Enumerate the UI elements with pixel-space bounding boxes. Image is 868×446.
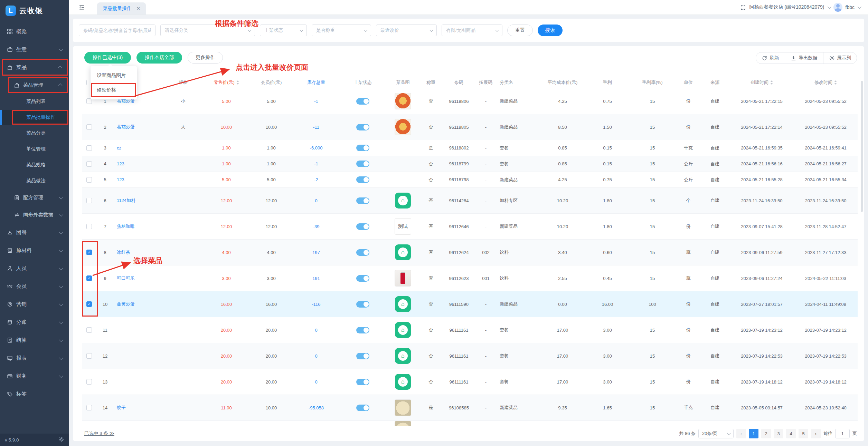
select-weigh[interactable]: 是否称重 (312, 25, 371, 36)
sidebar-item-dish-spec[interactable]: 菜品规格 (0, 157, 69, 173)
row-checkbox[interactable]: ✓ (86, 250, 92, 255)
sidebar-item-split-account[interactable]: 分账 (0, 313, 69, 331)
sidebar-item-sync-takeout-data[interactable]: 同步外卖数据 (0, 206, 69, 223)
page-button-4[interactable]: 4 (786, 429, 796, 438)
page-button-2[interactable]: 2 (761, 429, 771, 438)
operate-selected-button[interactable]: 操作已选中(3) (84, 52, 131, 64)
search-button[interactable]: 搜索 (538, 25, 563, 36)
dish-image-home-tile[interactable]: ⌂ (395, 193, 411, 209)
collapse-sidebar-icon[interactable] (79, 4, 85, 10)
shelf-status-toggle[interactable] (356, 124, 369, 130)
shelf-status-toggle[interactable] (356, 301, 369, 308)
goto-page-input[interactable] (835, 429, 850, 438)
cell-name-value[interactable]: 可口可乐 (117, 275, 135, 281)
dish-image-home-tile[interactable]: ⌂ (395, 244, 411, 260)
sidebar-item-business[interactable]: 生意 (0, 41, 69, 58)
gear-icon[interactable] (58, 436, 64, 443)
row-checkbox[interactable] (86, 224, 92, 229)
tab-close-icon[interactable]: ✕ (136, 6, 140, 11)
display-columns-button[interactable]: 展示列 (823, 52, 857, 64)
select-recent-price-change[interactable]: 最近改价 (376, 25, 437, 36)
dropdown-item-set-product-image[interactable]: 设置商品图片 (91, 68, 137, 83)
dish-image-home-tile[interactable]: ⌂ (395, 322, 411, 338)
sort-icon[interactable] (770, 80, 773, 85)
shelf-status-toggle[interactable] (356, 327, 369, 333)
sidebar-item-settlement[interactable]: 结算 (0, 331, 69, 349)
shelf-status-toggle[interactable] (356, 275, 369, 282)
cell-name-value[interactable]: 蕃茄炒蛋 (117, 124, 135, 130)
next-page-button[interactable]: › (811, 429, 821, 438)
sidebar-item-unit-management[interactable]: 单位管理 (0, 142, 69, 157)
dropdown-item-edit-price[interactable]: 修改价格 (91, 83, 137, 97)
row-checkbox[interactable]: ✓ (86, 301, 92, 307)
vertical-scrollbar[interactable] (861, 81, 863, 212)
dish-image-test[interactable]: 测试 (395, 218, 411, 235)
cell-name-value[interactable]: 饺子 (117, 405, 126, 411)
dish-image-home-tile[interactable]: ⌂ (395, 374, 411, 390)
cell-name-value[interactable]: 123 (117, 177, 124, 182)
cell-name-value[interactable]: 冰红茶 (117, 249, 130, 255)
tab-dish-batch-operation[interactable]: 菜品批量操作 ✕ (97, 2, 146, 14)
more-actions-button[interactable]: 更多操作 (188, 52, 223, 64)
reset-button[interactable]: 重置 (507, 25, 533, 36)
operate-all-button[interactable]: 操作本店全部 (136, 52, 182, 64)
cell-name-value[interactable]: 123 (117, 161, 124, 166)
selected-count-link[interactable]: 已选中 3 条 ≫ (84, 430, 114, 437)
sidebar-item-group-meal[interactable]: 团餐 (0, 224, 69, 241)
shelf-status-toggle[interactable] (356, 405, 369, 411)
cell-name-value[interactable]: 1124加料 (117, 197, 135, 204)
row-checkbox[interactable]: ✓ (86, 275, 92, 281)
shelf-status-toggle[interactable] (356, 197, 369, 204)
sidebar-item-dish-management[interactable]: 菜品管理 (0, 77, 69, 93)
sidebar-item-finance[interactable]: 财务 (0, 367, 69, 385)
row-checkbox[interactable] (86, 327, 92, 333)
shelf-status-toggle[interactable] (356, 145, 369, 151)
dish-image-home-tile[interactable]: ⌂ (395, 348, 411, 364)
sidebar-item-tags[interactable]: 标签 (0, 385, 69, 403)
row-checkbox[interactable] (86, 353, 92, 359)
user-name[interactable]: fbbc (846, 4, 855, 10)
sidebar-item-staff[interactable]: 人员 (0, 260, 69, 277)
sidebar-item-marketing[interactable]: 营销 (0, 295, 69, 313)
sidebar-item-overview[interactable]: 概览 (0, 23, 69, 40)
avatar[interactable] (833, 3, 842, 12)
shelf-status-toggle[interactable] (356, 249, 369, 256)
dish-image-cola[interactable] (395, 270, 411, 287)
cell-name-value[interactable]: 焦糖咖啡 (117, 223, 135, 230)
sidebar-item-reports[interactable]: 报表 (0, 349, 69, 367)
sort-icon[interactable] (834, 80, 837, 85)
row-checkbox[interactable] (86, 161, 92, 167)
sort-icon[interactable] (236, 80, 239, 85)
row-checkbox[interactable] (86, 198, 92, 203)
row-checkbox[interactable] (86, 145, 92, 151)
user-chevron-down-icon[interactable] (858, 5, 861, 9)
sidebar-item-members[interactable]: 会员 (0, 278, 69, 295)
sidebar-item-dish-batch-operation[interactable]: 菜品批量操作 (0, 110, 69, 125)
store-chevron-down-icon[interactable] (827, 5, 831, 9)
cell-name-value[interactable]: cz (117, 145, 121, 151)
dish-image-photo[interactable] (395, 421, 411, 426)
sidebar-item-raw-materials[interactable]: 原材料 (0, 242, 69, 259)
sidebar-item-dish-list[interactable]: 菜品列表 (0, 94, 69, 109)
shelf-status-toggle[interactable] (356, 161, 369, 167)
page-button-1[interactable]: 1 (749, 429, 758, 438)
refresh-button[interactable]: 刷新 (756, 52, 785, 64)
cell-name-value[interactable]: 韭黄炒蛋 (117, 301, 135, 307)
row-checkbox[interactable] (86, 124, 92, 130)
shelf-status-toggle[interactable] (356, 176, 369, 183)
shelf-status-toggle[interactable] (356, 223, 369, 230)
select-shelf-status[interactable]: 上架状态 (260, 25, 307, 36)
dish-image-photo[interactable] (395, 399, 411, 416)
page-size-select[interactable]: 20条/页 (698, 429, 734, 438)
page-button-5[interactable]: 5 (799, 429, 808, 438)
row-checkbox[interactable] (86, 177, 92, 183)
page-button-3[interactable]: 3 (774, 429, 783, 438)
store-name[interactable]: 阿杨西餐餐饮店 (编号1020842079) (749, 4, 824, 10)
select-image-filter[interactable]: 有图/无图商品 (442, 25, 502, 36)
shelf-status-toggle[interactable] (356, 353, 369, 359)
shelf-status-toggle[interactable] (356, 379, 369, 385)
sidebar-item-dish-method[interactable]: 菜品做法 (0, 173, 69, 188)
row-checkbox[interactable] (86, 405, 92, 410)
dish-image-photo[interactable] (395, 119, 411, 135)
sidebar-item-recipe-management[interactable]: 配方管理 (0, 189, 69, 206)
